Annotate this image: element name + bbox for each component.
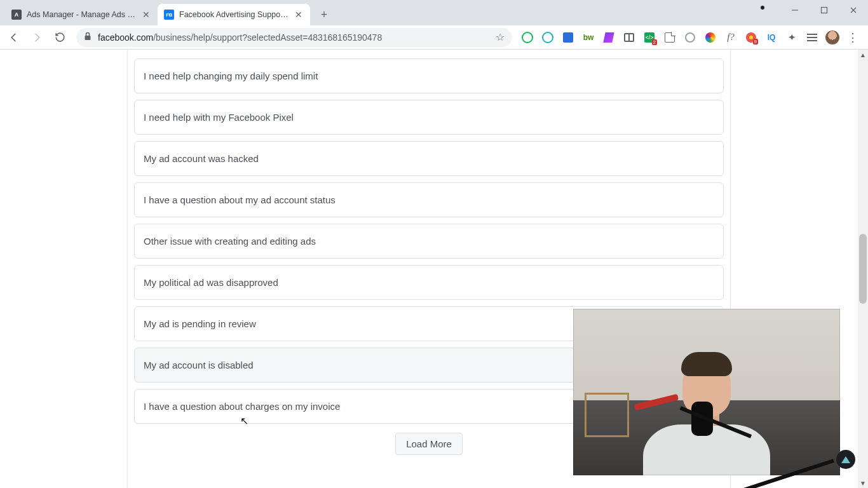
load-more-button[interactable]: Load More (395, 433, 463, 455)
scroll-down-arrow-icon[interactable]: ▼ (858, 478, 868, 488)
reading-list-icon[interactable] (803, 29, 821, 46)
new-tab-button[interactable]: + (315, 6, 333, 24)
window-maximize-button[interactable] (810, 0, 839, 20)
svg-rect-1 (822, 8, 827, 13)
background-telescope (634, 394, 679, 411)
scroll-up-arrow-icon[interactable]: ▲ (858, 50, 868, 60)
tab-title: Facebook Advertising Support | F (179, 10, 288, 19)
tab-facebook-support[interactable]: FB Facebook Advertising Support | F ✕ (158, 4, 310, 25)
tab-strip: A Ads Manager - Manage Ads - Ca ✕ FB Fac… (0, 0, 868, 25)
extensions-puzzle-icon[interactable]: ✦ (783, 29, 801, 46)
bookmark-star-icon[interactable]: ☆ (496, 31, 505, 43)
profile-avatar-icon[interactable] (824, 29, 841, 46)
extensions-row: bw </> f? IQ ✦ ⋮ (519, 29, 864, 46)
background-shelf (585, 393, 629, 437)
extension-purple-icon[interactable] (600, 29, 618, 46)
support-issue-option[interactable]: I need help with my Facebook Pixel (134, 100, 724, 135)
tab-title: Ads Manager - Manage Ads - Ca (27, 10, 136, 19)
webcam-overlay (573, 309, 840, 475)
extension-note-icon[interactable] (661, 29, 679, 46)
back-button[interactable] (4, 27, 24, 48)
extension-circle-teal-icon[interactable] (539, 29, 557, 46)
page-viewport: I need help changing my daily spend limi… (0, 50, 868, 488)
support-issue-option[interactable]: My political ad was disapproved (134, 265, 724, 300)
address-bar: facebook.com/business/help/support?selec… (0, 25, 868, 50)
floating-triangle-badge-icon[interactable] (836, 450, 855, 469)
window-controls (780, 0, 868, 20)
extension-rainbow-icon[interactable] (702, 29, 719, 46)
presenter-figure (637, 361, 776, 475)
tab-ads-manager[interactable]: A Ads Manager - Manage Ads - Ca ✕ (5, 4, 158, 25)
extension-function-icon[interactable]: f? (722, 29, 740, 46)
extension-iq-icon[interactable]: IQ (763, 29, 780, 46)
tab-close-button[interactable]: ✕ (294, 10, 304, 20)
support-issue-option[interactable]: I need help changing my daily spend limi… (134, 58, 724, 93)
extension-bw-icon[interactable]: bw (580, 29, 597, 46)
chrome-profile-indicator-icon[interactable] (759, 4, 766, 11)
extension-panel-icon[interactable] (620, 29, 638, 46)
window-minimize-button[interactable] (780, 0, 810, 20)
extension-code-icon[interactable]: </> (641, 29, 658, 46)
tab-close-button[interactable]: ✕ (141, 10, 151, 20)
tab-favicon-icon: FB (164, 10, 174, 20)
extension-grey-circle-icon[interactable] (681, 29, 699, 46)
chrome-menu-button[interactable]: ⋮ (844, 29, 862, 46)
lock-icon (84, 32, 92, 43)
scroll-thumb[interactable] (859, 234, 867, 304)
page-scrollbar[interactable]: ▲ ▼ (858, 50, 868, 488)
support-issue-option[interactable]: I have a question about my ad account st… (134, 182, 724, 217)
svg-rect-4 (85, 36, 91, 40)
window-close-button[interactable] (839, 0, 868, 20)
reload-button[interactable] (50, 27, 70, 48)
tab-favicon-icon: A (11, 10, 22, 20)
url-text: facebook.com/business/help/support?selec… (98, 32, 489, 43)
omnibox[interactable]: facebook.com/business/help/support?selec… (76, 28, 512, 47)
extension-burst-icon[interactable] (742, 29, 760, 46)
support-issue-option[interactable]: Other issue with creating and editing ad… (134, 224, 724, 259)
extension-grammarly-icon[interactable] (519, 29, 536, 46)
microphone-arm (707, 386, 834, 475)
extension-blue-square-icon[interactable] (559, 29, 577, 46)
microphone-icon (691, 402, 713, 436)
support-issue-option[interactable]: My ad account was hacked (134, 141, 724, 176)
forward-button[interactable] (27, 27, 47, 48)
